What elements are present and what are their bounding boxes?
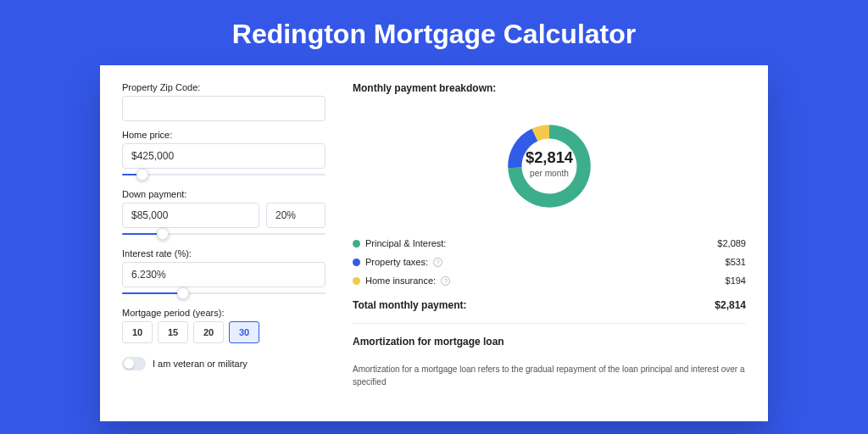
donut-sublabel: per month <box>515 169 583 178</box>
home-price-label: Home price: <box>122 130 326 140</box>
donut-amount: $2,814 <box>515 149 583 167</box>
breakdown-row: Principal & Interest:$2,089 <box>353 238 746 248</box>
period-button-15[interactable]: 15 <box>158 321 188 343</box>
down-payment-slider[interactable] <box>122 228 326 240</box>
interest-rate-slider[interactable] <box>122 287 326 299</box>
legend-dot-icon <box>353 259 360 266</box>
help-icon[interactable]: ? <box>433 258 442 267</box>
breakdown-label: Home insurance: <box>365 275 436 286</box>
zip-input[interactable] <box>122 96 326 121</box>
veteran-toggle[interactable] <box>122 357 146 370</box>
breakdown-value: $2,089 <box>717 238 746 248</box>
home-price-input[interactable] <box>122 143 326 169</box>
breakdown-title: Monthly payment breakdown: <box>353 82 746 94</box>
divider <box>353 323 746 324</box>
breakdown-row: Home insurance:?$194 <box>353 275 746 286</box>
down-payment-percent-input[interactable] <box>266 203 326 228</box>
period-label: Mortgage period (years): <box>122 308 326 318</box>
legend-dot-icon <box>353 277 360 285</box>
help-icon[interactable]: ? <box>441 276 450 286</box>
legend-dot-icon <box>353 240 360 248</box>
payment-donut-chart: $2,814per month <box>353 109 746 226</box>
calculator-card: Property Zip Code: Home price: Down paym… <box>100 65 768 421</box>
breakdown-value: $531 <box>726 257 746 267</box>
page-title: Redington Mortgage Calculator <box>0 0 868 65</box>
period-button-20[interactable]: 20 <box>193 321 224 343</box>
total-value: $2,814 <box>715 299 746 311</box>
down-payment-label: Down payment: <box>122 189 326 199</box>
breakdown-label: Principal & Interest: <box>365 238 446 248</box>
zip-label: Property Zip Code: <box>122 82 326 92</box>
total-label: Total monthly payment: <box>353 299 466 311</box>
veteran-label: I am veteran or military <box>153 359 248 369</box>
period-button-10[interactable]: 10 <box>122 321 153 343</box>
breakdown-label: Property taxes: <box>365 257 428 267</box>
form-panel: Property Zip Code: Home price: Down paym… <box>122 82 326 404</box>
amortization-title: Amortization for mortgage loan <box>353 336 746 348</box>
breakdown-row: Property taxes:?$531 <box>353 257 746 267</box>
breakdown-value: $194 <box>726 275 746 286</box>
interest-rate-input[interactable] <box>122 262 326 287</box>
home-price-slider[interactable] <box>122 169 326 181</box>
amortization-text: Amortization for a mortgage loan refers … <box>353 363 746 388</box>
period-button-30[interactable]: 30 <box>229 321 259 343</box>
interest-rate-label: Interest rate (%): <box>122 248 326 259</box>
down-payment-amount-input[interactable] <box>122 203 259 228</box>
breakdown-panel: Monthly payment breakdown: $2,814per mon… <box>353 82 746 404</box>
period-buttons: 10152030 <box>122 321 326 343</box>
